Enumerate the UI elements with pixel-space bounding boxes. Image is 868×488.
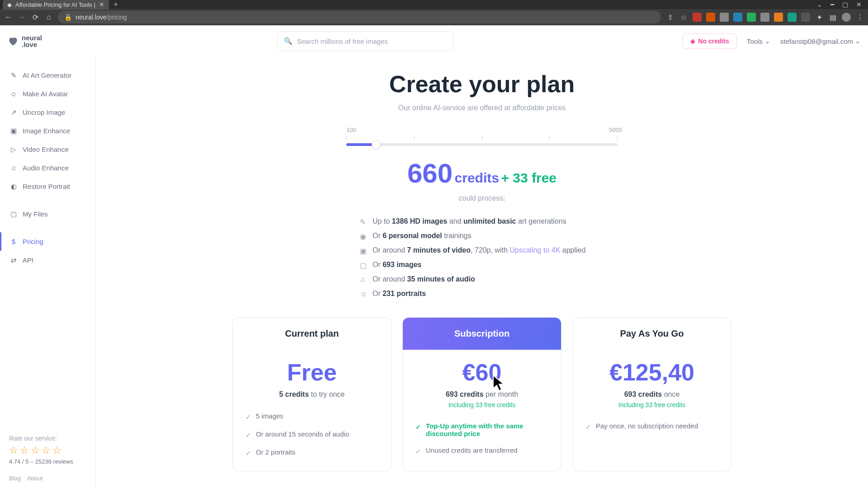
- slider-thumb[interactable]: [372, 140, 381, 149]
- plan-feature: ✓Pay once, no subscription needed: [585, 418, 718, 436]
- plan-price: €60: [403, 359, 561, 386]
- credits-label: credits: [455, 170, 499, 185]
- tools-label: Tools: [747, 38, 763, 45]
- back-icon[interactable]: ←: [4, 13, 13, 21]
- sidebar-item-ai-art[interactable]: ✎AI Art Generator: [0, 66, 95, 84]
- face-icon: ☺: [10, 90, 17, 98]
- about-link[interactable]: About: [27, 475, 42, 482]
- no-credits-label: No credits: [698, 38, 729, 45]
- sidebar-item-image-enhance[interactable]: ▣Image Enhance: [0, 122, 95, 140]
- paint-icon: ✎: [360, 218, 367, 225]
- credits-slider[interactable]: 100 5000: [346, 127, 618, 146]
- ext-icon[interactable]: [801, 13, 810, 22]
- plan-price: €125,40: [573, 359, 731, 386]
- sidebar-item-restore[interactable]: ◐Restore Portrait: [0, 177, 95, 196]
- restore-icon: ◐: [10, 183, 17, 190]
- audio-icon: ♫: [10, 164, 17, 172]
- sidebar-item-api[interactable]: ⇄API: [0, 251, 95, 269]
- sidebar-item-label: Audio Enhance: [23, 164, 69, 172]
- folder-icon: ▢: [10, 211, 17, 218]
- tools-dropdown[interactable]: Tools ⌄: [747, 37, 770, 45]
- logo[interactable]: neural .love: [7, 34, 42, 48]
- new-tab-button[interactable]: +: [113, 0, 118, 9]
- chevron-down-icon[interactable]: ⌄: [817, 1, 822, 8]
- share-icon[interactable]: ⇪: [665, 13, 675, 22]
- profile-icon[interactable]: [842, 13, 851, 22]
- forward-icon[interactable]: →: [17, 13, 26, 21]
- tab-title: Affordable Pricing for AI Tools |: [15, 1, 95, 8]
- ext-icon[interactable]: [693, 13, 702, 22]
- check-icon: ✓: [245, 449, 251, 457]
- rate-label: Rate our service:: [9, 435, 86, 442]
- maximize-icon[interactable]: ▢: [842, 1, 848, 8]
- extensions-icon[interactable]: ✦: [815, 13, 824, 22]
- cap-row: ▣Or around 7 minutes of video, 720p, wit…: [360, 243, 604, 258]
- reload-icon[interactable]: ⟳: [31, 13, 40, 22]
- url-input[interactable]: 🔒 neural.love/pricing: [58, 11, 661, 23]
- sidebar-item-label: Pricing: [23, 238, 43, 245]
- rating-stars[interactable]: ☆☆☆☆☆: [9, 445, 86, 456]
- image-icon: ▣: [10, 127, 17, 135]
- plan-including: Including 33 free credits: [573, 401, 731, 408]
- sidebar-item-my-files[interactable]: ▢My Files: [0, 205, 95, 223]
- star-icon[interactable]: ☆: [679, 13, 688, 22]
- extension-icons: ⇪ ☆ ✦ ▤ ⋮: [665, 13, 864, 22]
- ext-icon[interactable]: [733, 13, 742, 22]
- cap-row: ✎Up to 1386 HD images and unlimited basi…: [360, 214, 604, 229]
- sidebar-item-avatar[interactable]: ☺Make AI Avatar: [0, 84, 95, 103]
- rating-subtext: 4.74 / 5 – 25236 reviews: [9, 458, 86, 465]
- sidebar-item-pricing[interactable]: $Pricing: [0, 232, 95, 251]
- plan-title: Current plan: [233, 318, 391, 350]
- sidebar-item-label: Make AI Avatar: [23, 90, 68, 98]
- heart-icon: [7, 35, 19, 47]
- slider-min: 100: [346, 127, 356, 133]
- audio-icon: ♫: [360, 276, 367, 283]
- ext-icon[interactable]: [706, 13, 715, 22]
- ext-icon[interactable]: [760, 13, 769, 22]
- plan-sub: 5 credits to try once: [233, 390, 391, 399]
- code-icon: ⇄: [10, 257, 17, 264]
- plan-feature: ✓Or 2 portraits: [245, 444, 378, 462]
- ext-icon[interactable]: [720, 13, 729, 22]
- no-credits-button[interactable]: ◈ No credits: [683, 33, 736, 49]
- browser-tab[interactable]: ◆ Affordable Pricing for AI Tools | ✕: [3, 0, 109, 10]
- sidepanel-icon[interactable]: ▤: [828, 13, 837, 22]
- slider-track[interactable]: [346, 143, 618, 146]
- sidebar-item-label: Restore Portrait: [23, 183, 70, 190]
- close-window-icon[interactable]: ✕: [856, 1, 862, 8]
- plans-row: Current plan Free 5 credits to try once …: [96, 317, 868, 471]
- chevron-down-icon: ⌄: [764, 37, 770, 45]
- sidebar: ✎AI Art Generator ☺Make AI Avatar ↗Uncro…: [0, 25, 96, 488]
- menu-icon[interactable]: ⋮: [855, 13, 864, 22]
- address-bar: ← → ⟳ ⌂ 🔒 neural.love/pricing ⇪ ☆ ✦ ▤ ⋮: [0, 9, 868, 25]
- ext-icon[interactable]: [747, 13, 756, 22]
- url-path: /pricing: [107, 14, 127, 21]
- could-process-label: could process:: [96, 194, 868, 202]
- home-icon[interactable]: ⌂: [44, 13, 53, 21]
- browser-chrome: ◆ Affordable Pricing for AI Tools | ✕ + …: [0, 0, 868, 25]
- plan-sub: 693 credits per month: [403, 390, 561, 399]
- plan-feature: ✓Top-Up anytime with the same discounted…: [415, 418, 548, 442]
- sidebar-item-label: AI Art Generator: [23, 71, 71, 79]
- plan-title: Subscription: [403, 318, 561, 350]
- expand-icon: ↗: [10, 109, 17, 116]
- sidebar-item-audio-enhance[interactable]: ♫Audio Enhance: [0, 159, 95, 177]
- search-input[interactable]: 🔍 Search millions of free images: [277, 31, 453, 51]
- sidebar-item-video-enhance[interactable]: ▷Video Enhance: [0, 140, 95, 159]
- blog-link[interactable]: Blog: [9, 475, 21, 482]
- sidebar-item-uncrop[interactable]: ↗Uncrop Image: [0, 103, 95, 122]
- minimize-icon[interactable]: ━: [830, 1, 834, 8]
- credit-icon: ◈: [690, 38, 695, 45]
- credits-bonus: + 33 free: [501, 170, 557, 185]
- user-dropdown[interactable]: stefanstp08@gmail.com ⌄: [780, 37, 861, 45]
- plan-including: Including 33 free credits: [403, 401, 561, 408]
- ext-icon[interactable]: [788, 13, 797, 22]
- model-icon: ◉: [360, 232, 367, 239]
- plan-feature: ✓5 images: [245, 408, 378, 426]
- close-icon[interactable]: ✕: [99, 1, 104, 8]
- plan-feature: ✓Unused credits are transferred: [415, 442, 548, 460]
- image-icon: ▢: [360, 261, 367, 268]
- ext-icon[interactable]: [774, 13, 783, 22]
- logo-text-1: neural: [22, 34, 42, 41]
- check-icon: ✓: [415, 423, 421, 431]
